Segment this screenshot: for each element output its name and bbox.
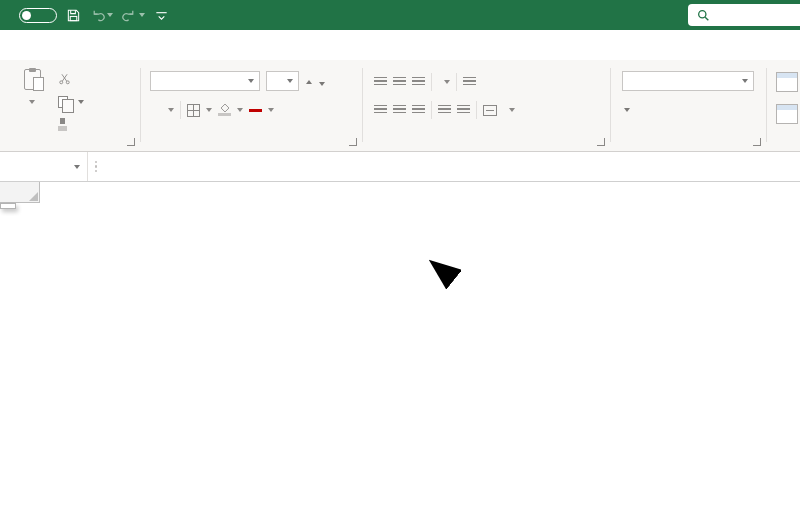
chevron-down-icon [168, 108, 174, 112]
font-group [142, 60, 360, 151]
enter-button[interactable] [128, 152, 152, 181]
autosave-toggle[interactable] [19, 8, 57, 23]
dialog-launcher-icon[interactable] [753, 138, 761, 146]
chevron-down-icon [248, 79, 254, 83]
save-icon[interactable] [66, 8, 81, 23]
ribbon [0, 60, 800, 152]
undo-button[interactable] [90, 8, 113, 23]
number-group [614, 60, 764, 151]
chevron-down-icon [509, 108, 515, 112]
search-box[interactable] [688, 4, 800, 26]
chevron-down-icon [78, 100, 84, 104]
group-separator [610, 68, 611, 142]
column-header-row [0, 182, 800, 203]
align-bottom-icon[interactable] [412, 77, 425, 87]
chevron-down-icon [139, 13, 145, 17]
menu-tabs [0, 30, 800, 60]
increase-indent-icon[interactable] [457, 105, 470, 115]
separator [431, 73, 432, 91]
align-right-icon[interactable] [412, 105, 425, 115]
borders-button[interactable] [187, 104, 200, 117]
font-name-select[interactable] [150, 71, 260, 91]
decrease-indent-icon[interactable] [438, 105, 451, 115]
function-tooltip [0, 203, 16, 209]
dialog-launcher-icon[interactable] [127, 138, 135, 146]
chevron-down-icon [287, 79, 293, 83]
align-top-icon[interactable] [374, 77, 387, 87]
format-as-table-icon[interactable] [776, 104, 798, 124]
decrease-font-size-button[interactable] [318, 76, 325, 86]
dialog-launcher-icon[interactable] [597, 138, 605, 146]
chevron-down-icon [206, 108, 212, 112]
font-color-bar [249, 109, 262, 112]
chevron-down-icon [742, 79, 748, 83]
clipboard-group [4, 60, 138, 151]
fill-color-button[interactable] [218, 104, 231, 116]
chevron-down-icon [268, 108, 274, 112]
format-painter-icon [58, 118, 67, 131]
conditional-formatting-icon[interactable] [776, 72, 798, 92]
merge-center-icon [483, 105, 497, 116]
cancel-button[interactable] [104, 152, 128, 181]
font-size-select[interactable] [266, 71, 299, 91]
name-box[interactable] [0, 152, 88, 181]
customize-toolbar-button[interactable] [154, 8, 169, 23]
quick-access-toolbar [10, 0, 169, 30]
redo-button[interactable] [122, 8, 145, 23]
group-separator [766, 68, 767, 142]
number-format-select[interactable] [622, 71, 754, 91]
separator [476, 101, 477, 119]
format-painter-button[interactable] [58, 117, 84, 132]
accounting-format-button[interactable] [622, 108, 630, 112]
excel-window [0, 0, 800, 520]
styles-group-stub [770, 60, 800, 151]
customize-toolbar-icon [154, 8, 169, 23]
select-all-corner[interactable] [0, 182, 40, 203]
group-separator [362, 68, 363, 142]
redo-icon [122, 8, 137, 23]
chevron-down-icon [624, 108, 630, 112]
search-icon [697, 9, 710, 22]
chevron-down-icon [74, 165, 80, 169]
chevron-down-icon [29, 100, 35, 104]
scissors-icon [58, 72, 71, 85]
chevron-down-icon [444, 80, 450, 84]
insert-function-button[interactable] [152, 152, 176, 181]
formula-bar [0, 152, 800, 182]
chevron-down-icon [237, 108, 243, 112]
paste-icon [24, 69, 41, 90]
spreadsheet-grid [0, 182, 800, 520]
align-center-icon[interactable] [393, 105, 406, 115]
increase-font-size-button[interactable] [305, 79, 312, 84]
toggle-knob-icon [22, 11, 31, 20]
titlebar [0, 0, 800, 30]
separator [431, 101, 432, 119]
fill-color-icon [220, 103, 229, 112]
cut-button[interactable] [58, 71, 84, 86]
undo-icon [90, 8, 105, 23]
align-middle-icon[interactable] [393, 77, 406, 87]
alignment-group [366, 60, 608, 151]
grip-handle[interactable] [88, 152, 104, 181]
copy-button[interactable] [58, 94, 84, 109]
font-color-button[interactable] [249, 108, 262, 112]
separator [180, 101, 181, 119]
align-left-icon[interactable] [374, 105, 387, 115]
separator [456, 73, 457, 91]
clipboard-buttons [58, 71, 84, 132]
copy-icon [58, 96, 68, 108]
wrap-text-icon [463, 77, 476, 87]
paste-button[interactable] [12, 67, 52, 143]
fill-color-bar [218, 113, 231, 116]
dialog-launcher-icon[interactable] [349, 138, 357, 146]
chevron-down-icon [107, 13, 113, 17]
group-separator [140, 68, 141, 142]
